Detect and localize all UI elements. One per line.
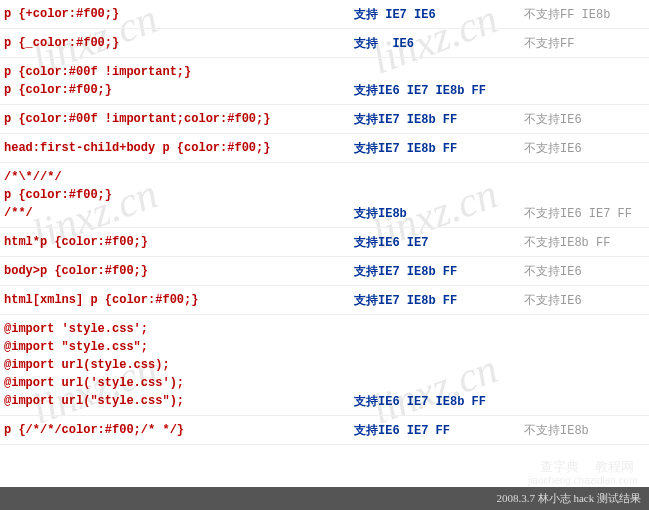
table-row: html[xmlns] p {color:#f00;}支持IE7 IE8b FF…	[0, 286, 649, 315]
code-cell: head:first-child+body p {color:#f00;}	[4, 139, 354, 157]
nosupport-cell: 不支持IE8b FF	[524, 234, 645, 251]
support-cell: 支持IE6 IE7 FF	[354, 422, 524, 439]
nosupport-cell: 不支持IE8b	[524, 422, 645, 439]
nosupport-cell: 不支持FF IE8b	[524, 6, 645, 23]
table-row: p {/*/*/color:#f00;/* */}支持IE6 IE7 FF不支持…	[0, 416, 649, 445]
support-cell: 支持IE7 IE8b FF	[354, 263, 524, 280]
support-cell: 支持 IE7 IE6	[354, 6, 524, 23]
code-cell: p {_color:#f00;}	[4, 34, 354, 52]
table-row: head:first-child+body p {color:#f00;}支持I…	[0, 134, 649, 163]
code-cell: p {color:#00f !important;color:#f00;}	[4, 110, 354, 128]
code-cell: html*p {color:#f00;}	[4, 233, 354, 251]
support-cell: 支持IE6 IE7	[354, 234, 524, 251]
support-cell: 支持IE8b	[354, 205, 524, 222]
table-row: /*\*//*/ p {color:#f00;} /**/支持IE8b不支持IE…	[0, 163, 649, 228]
nosupport-cell: 不支持FF	[524, 35, 645, 52]
code-cell: body>p {color:#f00;}	[4, 262, 354, 280]
support-cell: 支持IE7 IE8b FF	[354, 111, 524, 128]
hack-table: p {+color:#f00;}支持 IE7 IE6不支持FF IE8bp {_…	[0, 0, 649, 445]
table-row: @import 'style.css'; @import "style.css"…	[0, 315, 649, 416]
code-cell: p {/*/*/color:#f00;/* */}	[4, 421, 354, 439]
nosupport-cell: 不支持IE6 IE7 FF	[524, 205, 645, 222]
watermark-alt1: 查字典	[540, 458, 579, 476]
table-row: p {color:#00f !important;color:#f00;}支持I…	[0, 105, 649, 134]
nosupport-cell: 不支持IE6	[524, 263, 645, 280]
support-cell: 支持IE6 IE7 IE8b FF	[354, 82, 524, 99]
support-cell: 支持IE7 IE8b FF	[354, 292, 524, 309]
watermark-alt3: jiaocheng.chazidian.com	[528, 475, 638, 486]
footer-credit: 2008.3.7 林小志 hack 测试结果	[0, 487, 649, 510]
code-cell: html[xmlns] p {color:#f00;}	[4, 291, 354, 309]
table-row: p {color:#00f !important;} p {color:#f00…	[0, 58, 649, 105]
nosupport-cell: 不支持IE6	[524, 111, 645, 128]
table-row: p {_color:#f00;}支持 IE6不支持FF	[0, 29, 649, 58]
watermark-alt2: 教程网	[595, 458, 634, 476]
code-cell: p {color:#00f !important;} p {color:#f00…	[4, 63, 354, 99]
support-cell: 支持IE7 IE8b FF	[354, 140, 524, 157]
nosupport-cell: 不支持IE6	[524, 140, 645, 157]
nosupport-cell: 不支持IE6	[524, 292, 645, 309]
table-row: html*p {color:#f00;}支持IE6 IE7不支持IE8b FF	[0, 228, 649, 257]
support-cell: 支持IE6 IE7 IE8b FF	[354, 393, 524, 410]
table-row: p {+color:#f00;}支持 IE7 IE6不支持FF IE8b	[0, 0, 649, 29]
code-cell: /*\*//*/ p {color:#f00;} /**/	[4, 168, 354, 222]
support-cell: 支持 IE6	[354, 35, 524, 52]
code-cell: @import 'style.css'; @import "style.css"…	[4, 320, 354, 410]
table-row: body>p {color:#f00;}支持IE7 IE8b FF不支持IE6	[0, 257, 649, 286]
code-cell: p {+color:#f00;}	[4, 5, 354, 23]
